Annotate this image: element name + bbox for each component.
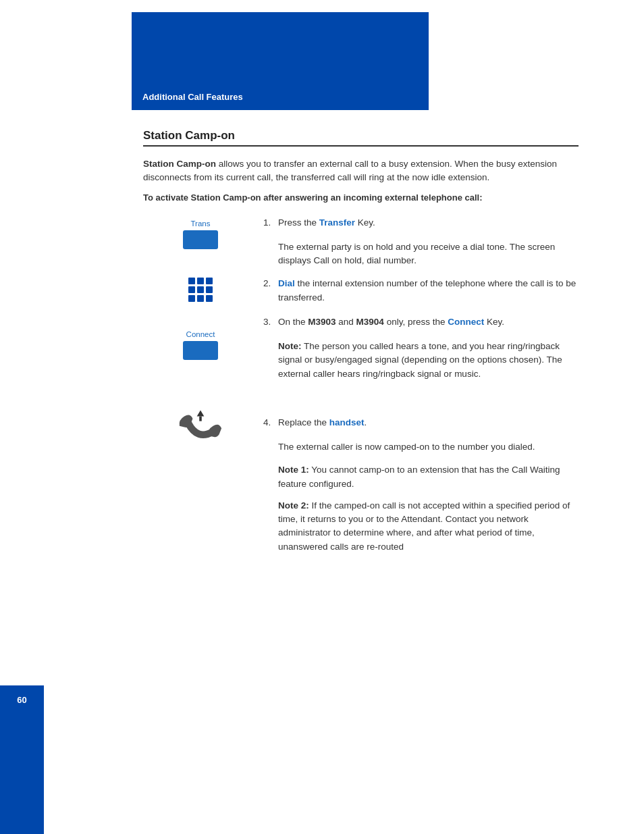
keypad-dot-1	[188, 278, 195, 284]
keypad-dot-3	[206, 278, 213, 284]
step-4-text: Replace the handset.	[278, 416, 579, 429]
section-title: Station Camp-on	[143, 129, 235, 142]
header-box: Additional Call Features	[132, 12, 429, 110]
header-title: Additional Call Features	[142, 92, 243, 102]
keypad-dot-7	[188, 295, 195, 302]
keypad-dot-5	[197, 286, 204, 293]
step-1: 1. Press the Transfer Key.	[263, 216, 579, 230]
keypad-dot-6	[206, 286, 213, 293]
keypad-dot-2	[197, 278, 204, 284]
intro-bold: Station Camp-on	[143, 159, 216, 169]
svg-marker-0	[197, 410, 205, 416]
section-title-wrap: Station Camp-on	[143, 129, 579, 147]
step-4: 4. Replace the handset.	[263, 416, 579, 429]
step-3: 3. On the M3903 and M3904 only, press th…	[263, 315, 579, 329]
trans-icon-block: Trans	[183, 219, 218, 249]
step-4-num: 4.	[263, 416, 278, 429]
instruction-label: To activate Station Camp-on after answer…	[143, 192, 579, 204]
keypad-dot-9	[206, 295, 213, 302]
steps-column: 1. Press the Transfer Key. The external …	[258, 216, 579, 562]
connect-link: Connect	[448, 317, 484, 327]
keypad-icon	[188, 278, 213, 302]
connect-icon-block: Connect	[183, 330, 218, 360]
keypad-dot-8	[197, 295, 204, 302]
step-1-num: 1.	[263, 216, 278, 230]
intro-paragraph: Station Camp-on allows you to transfer a…	[143, 157, 579, 185]
note-2: Note 2: If the camped-on call is not acc…	[278, 499, 579, 554]
sidebar-blue: 60	[0, 685, 44, 834]
step-2-text: Dial the internal extension number of th…	[278, 277, 579, 305]
dial-link: Dial	[278, 278, 295, 288]
step-4-sub: The external caller is now camped-on to …	[278, 440, 579, 454]
m3904-bold: M3904	[356, 317, 384, 327]
handset-link: handset	[329, 417, 365, 427]
icons-column: Trans Connect	[143, 216, 258, 562]
trans-button-icon	[183, 230, 218, 249]
step-3-note: Note: The person you called hears a tone…	[278, 340, 579, 381]
connect-button-icon	[183, 341, 218, 360]
handset-icon-block	[173, 409, 227, 448]
step-1-sub: The external party is on hold and you re…	[278, 240, 579, 268]
main-content: Station Camp-on Station Camp-on allows y…	[11, 129, 633, 562]
transfer-link: Transfer	[319, 217, 355, 228]
code-display: Call on hold, dial number	[314, 255, 414, 265]
trans-label: Trans	[191, 219, 211, 228]
svg-rect-1	[199, 416, 202, 421]
m3903-bold: M3903	[308, 317, 336, 327]
connect-label: Connect	[186, 330, 215, 338]
keypad-dot-4	[188, 286, 195, 293]
note-1: Note 1: You cannot camp-on to an extensi…	[278, 463, 579, 491]
step-2: 2. Dial the internal extension number of…	[263, 277, 579, 305]
step-1-text: Press the Transfer Key.	[278, 216, 579, 230]
handset-svg	[173, 409, 227, 446]
steps-container: Trans Connect	[143, 216, 579, 562]
step-3-text: On the M3903 and M3904 only, press the C…	[278, 315, 579, 329]
page-number: 60	[17, 695, 26, 705]
step-3-num: 3.	[263, 315, 278, 329]
step-2-num: 2.	[263, 277, 278, 305]
